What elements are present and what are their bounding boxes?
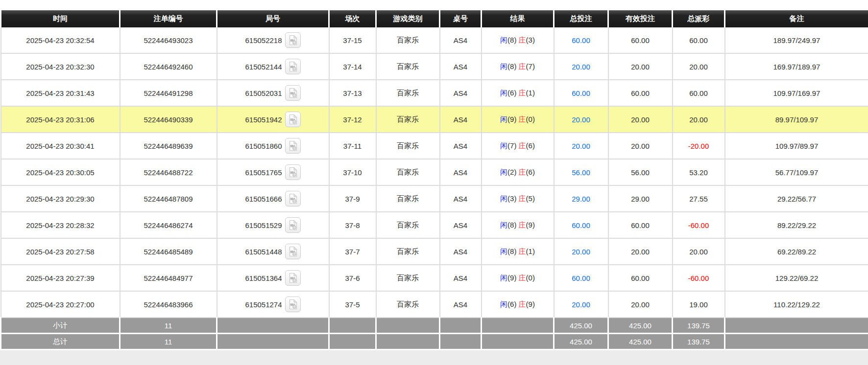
cell-remark: 29.22/56.77 [725, 185, 868, 212]
video-replay-button[interactable] [285, 85, 301, 101]
cell-result: 闲(8) 庄(9) [482, 212, 554, 238]
cell-table-no: AS4 [440, 53, 482, 80]
cell-bet-id: 522446491298 [120, 80, 217, 106]
video-replay-button[interactable] [285, 191, 301, 206]
cell-game-type: 百家乐 [376, 159, 440, 185]
cell-time: 2025-04-23 20:28:32 [1, 212, 120, 238]
table-row: 2025-04-23 20:32:30 522446492460 6150521… [1, 53, 868, 80]
banker-points: (9) [526, 221, 535, 229]
cell-session: 37-11 [329, 133, 376, 159]
cell-total-bet[interactable]: 60.00 [554, 265, 608, 291]
cell-total-bet[interactable]: 20.00 [554, 133, 608, 159]
video-replay-button[interactable] [285, 32, 301, 48]
table-body: 2025-04-23 20:32:54 522446493023 6150522… [1, 27, 868, 318]
grandtotal-valid-bet: 425.00 [608, 334, 673, 350]
cell-bet-id: 522446486274 [120, 212, 217, 238]
col-header-table-no: 桌号 [440, 10, 482, 27]
banker-points: (3) [526, 36, 535, 44]
cell-total-bet[interactable]: 20.00 [554, 238, 608, 265]
round-id: 615051765 [245, 168, 282, 177]
player-points: (8) [507, 36, 516, 44]
cell-result: 闲(6) 庄(9) [482, 291, 554, 318]
video-replay-button[interactable] [285, 112, 301, 127]
cell-payout: -60.00 [673, 212, 725, 238]
table-row: 2025-04-23 20:29:30 522446487809 6150516… [1, 185, 868, 212]
grandtotal-row: 总计 11 425.00 425.00 139.75 [1, 334, 868, 350]
bet-records-table: 时间 注单编号 局号 场次 游戏类别 桌号 结果 总投注 有效投注 总派彩 备注… [0, 10, 868, 350]
subtotal-empty [482, 318, 554, 334]
cell-bet-id: 522446489639 [120, 133, 217, 159]
cell-valid-bet: 60.00 [608, 27, 673, 53]
cell-time: 2025-04-23 20:31:43 [1, 80, 120, 106]
cell-time: 2025-04-23 20:30:41 [1, 133, 120, 159]
cell-valid-bet: 60.00 [608, 265, 673, 291]
cell-total-bet[interactable]: 20.00 [554, 291, 608, 318]
player-result: 闲 [500, 300, 507, 308]
cell-time: 2025-04-23 20:32:54 [1, 27, 120, 53]
cell-session: 37-13 [329, 80, 376, 106]
subtotal-row: 小计 11 425.00 425.00 139.75 [1, 318, 868, 334]
cell-total-bet[interactable]: 60.00 [554, 212, 608, 238]
table-row: 2025-04-23 20:30:41 522446489639 6150518… [1, 133, 868, 159]
cell-total-bet[interactable]: 60.00 [554, 27, 608, 53]
cell-valid-bet: 29.00 [608, 185, 673, 212]
banker-result: 庄 [519, 274, 526, 282]
player-points: (8) [507, 62, 516, 70]
cell-remark: 189.97/249.97 [725, 27, 868, 53]
player-points: (8) [507, 221, 516, 229]
banker-points: (1) [526, 89, 535, 97]
cell-result: 闲(9) 庄(0) [482, 106, 554, 133]
banker-points: (0) [526, 274, 535, 282]
cell-bet-id: 522446485489 [120, 238, 217, 265]
cell-total-bet[interactable]: 20.00 [554, 53, 608, 80]
banker-result: 庄 [519, 62, 526, 70]
player-points: (8) [507, 247, 516, 255]
cell-round: 615051448 [217, 238, 329, 265]
subtotal-total-bet: 425.00 [554, 318, 608, 334]
cell-round: 615051765 [217, 159, 329, 185]
cell-result: 闲(8) 庄(1) [482, 238, 554, 265]
cell-remark: 109.97/169.97 [725, 80, 868, 106]
subtotal-count: 11 [120, 318, 217, 334]
video-replay-button[interactable] [285, 59, 301, 74]
cell-payout: 20.00 [673, 106, 725, 133]
cell-bet-id: 522446487809 [120, 185, 217, 212]
grandtotal-total-bet: 425.00 [554, 334, 608, 350]
banker-result: 庄 [519, 300, 526, 308]
cell-payout: 53.20 [673, 159, 725, 185]
cell-round: 615052031 [217, 80, 329, 106]
cell-total-bet[interactable]: 60.00 [554, 80, 608, 106]
grandtotal-empty [217, 334, 329, 350]
cell-session: 37-14 [329, 53, 376, 80]
cell-valid-bet: 60.00 [608, 212, 673, 238]
cell-session: 37-12 [329, 106, 376, 133]
video-replay-button[interactable] [285, 297, 301, 312]
cell-game-type: 百家乐 [376, 80, 440, 106]
cell-table-no: AS4 [440, 159, 482, 185]
banker-points: (0) [526, 115, 535, 123]
video-replay-button[interactable] [285, 138, 301, 154]
banker-points: (5) [526, 194, 535, 203]
banker-result: 庄 [519, 168, 526, 176]
cell-total-bet[interactable]: 56.00 [554, 159, 608, 185]
video-replay-button[interactable] [285, 244, 301, 259]
video-file-icon [287, 246, 299, 257]
cell-time: 2025-04-23 20:29:30 [1, 185, 120, 212]
banker-points: (7) [526, 62, 535, 70]
subtotal-empty [376, 318, 440, 334]
cell-payout: -20.00 [673, 133, 725, 159]
video-replay-button[interactable] [285, 270, 301, 286]
video-file-icon [287, 114, 299, 125]
cell-table-no: AS4 [440, 212, 482, 238]
cell-total-bet[interactable]: 20.00 [554, 106, 608, 133]
grandtotal-empty [376, 334, 440, 350]
video-file-icon [287, 219, 299, 231]
cell-remark: 109.97/89.97 [725, 133, 868, 159]
grandtotal-empty [482, 334, 554, 350]
round-id: 615052144 [245, 63, 282, 71]
cell-total-bet[interactable]: 29.00 [554, 185, 608, 212]
video-replay-button[interactable] [285, 164, 301, 180]
video-replay-button[interactable] [285, 217, 301, 233]
player-points: (3) [507, 194, 516, 203]
player-points: (7) [507, 141, 516, 150]
